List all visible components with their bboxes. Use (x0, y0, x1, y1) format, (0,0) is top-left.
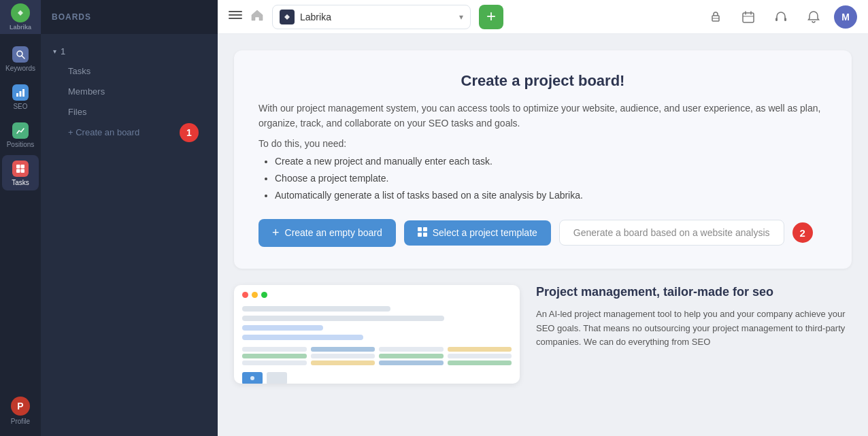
screenshot-cell (448, 360, 512, 365)
list-item: Choose a project template. (275, 171, 827, 186)
svg-rect-5 (16, 165, 20, 169)
screenshot-cell (242, 360, 307, 365)
seo-icon (12, 84, 29, 101)
screenshot-cell (379, 360, 444, 365)
svg-rect-20 (418, 227, 422, 231)
promo-description: An AI-led project management tool to hel… (536, 307, 852, 350)
window-dots (234, 285, 520, 302)
grid-icon (418, 227, 427, 239)
main-content: Create a project board! With our project… (218, 34, 868, 436)
svg-rect-11 (229, 18, 242, 19)
svg-line-1 (22, 56, 24, 58)
selector-chevron-icon: ▾ (459, 12, 463, 22)
project-board-title: Create a project board! (258, 72, 827, 90)
svg-rect-3 (20, 91, 22, 97)
svg-rect-9 (229, 11, 242, 12)
workspace-logo (280, 10, 295, 24)
screenshot-line (242, 316, 444, 321)
screenshot-lines (234, 302, 520, 384)
workspace-selector[interactable]: Labrika ▾ (272, 5, 471, 29)
sidebar-header: BOARDS (41, 0, 218, 34)
headset-icon[interactable] (769, 5, 793, 29)
dot-yellow (252, 292, 258, 298)
positions-icon (12, 122, 29, 139)
svg-rect-8 (21, 169, 25, 173)
sidebar-item-tasks[interactable]: Tasks (2, 155, 39, 190)
sidebar-group-1: ▾ 1 Tasks Members Files + Create an boar… (41, 42, 218, 142)
bell-icon[interactable] (801, 5, 826, 29)
screenshot-cell (242, 347, 307, 352)
sidebar-group-header[interactable]: ▾ 1 (46, 42, 212, 61)
promo-description-area: Project management, tailor-made for seo … (536, 285, 852, 350)
notification-badge: 1 (180, 123, 199, 142)
list-item: Create a new project and manually enter … (275, 154, 827, 169)
profile-label: Profile (11, 418, 30, 425)
sidebar-group-label: 1 (61, 46, 65, 56)
promo-screenshot (234, 285, 520, 384)
project-board-card: Create a project board! With our project… (234, 50, 852, 269)
positions-label: Positions (7, 141, 35, 148)
tasks-label: Tasks (12, 179, 29, 186)
screenshot-cell (448, 347, 512, 352)
generate-board-button[interactable]: Generate a board based on a website anal… (559, 220, 784, 246)
promo-section: Project management, tailor-made for seo … (234, 285, 852, 384)
profile-icon: P (11, 397, 30, 416)
keywords-label: Keywords (5, 65, 35, 72)
topbar: Labrika ▾ + (218, 0, 868, 34)
project-board-list: Create a new project and manually enter … (258, 154, 827, 203)
svg-rect-6 (21, 165, 25, 169)
sidebar-content: ▾ 1 Tasks Members Files + Create an boar… (41, 34, 218, 151)
screenshot-line-accent (242, 335, 363, 340)
sidebar-item-members[interactable]: Members (49, 82, 210, 101)
screenshot-cell (379, 347, 444, 352)
svg-rect-4 (22, 89, 24, 97)
tasks-icon (12, 161, 29, 177)
screenshot-line (242, 306, 390, 312)
svg-rect-19 (784, 18, 786, 21)
main-area: Labrika ▾ + (218, 0, 868, 436)
keywords-icon (12, 46, 29, 63)
sidebar-create-board-button[interactable]: + Create an board 1 (49, 122, 210, 142)
screenshot-cell (311, 354, 375, 358)
project-board-description: With our project management system, you … (258, 101, 827, 131)
sidebar-item-files[interactable]: Files (49, 102, 210, 122)
home-icon[interactable] (250, 8, 264, 25)
screenshot-cell (311, 347, 375, 352)
svg-rect-22 (418, 233, 422, 237)
project-board-subtitle: To do this, you need: (258, 138, 827, 149)
list-item: Automatically generate a list of tasks b… (275, 188, 827, 203)
seo-label: SEO (13, 103, 27, 110)
briefcase-icon[interactable] (703, 5, 728, 29)
user-avatar[interactable]: M (834, 5, 857, 29)
screenshot-cell (379, 354, 444, 358)
create-empty-board-button[interactable]: + Create an empty board (258, 219, 396, 247)
add-button[interactable]: + (479, 5, 503, 29)
topbar-icons: M (703, 5, 857, 29)
project-board-actions: + Create an empty board Select a project… (258, 219, 827, 247)
sidebar-item-positions[interactable]: Positions (2, 117, 39, 152)
screenshot-cell (311, 360, 375, 365)
svg-rect-14 (743, 13, 754, 22)
select-template-button[interactable]: Select a project template (404, 220, 551, 246)
svg-rect-23 (423, 233, 427, 237)
chevron-down-icon: ▾ (53, 48, 56, 55)
dot-red (242, 292, 248, 298)
sidebar: BOARDS ▾ 1 Tasks Members Files + Create … (41, 0, 218, 436)
plus-icon: + (272, 226, 280, 240)
sidebar-item-tasks-link[interactable]: Tasks (49, 61, 210, 81)
svg-rect-18 (775, 18, 778, 21)
app-logo[interactable]: Labrika (0, 0, 41, 34)
sidebar-item-seo[interactable]: SEO (2, 79, 39, 114)
svg-rect-10 (229, 14, 242, 16)
create-board-label: + Create an board (68, 127, 139, 137)
sidebar-item-profile[interactable]: P Profile (2, 391, 39, 429)
svg-rect-7 (16, 169, 20, 173)
step-2-badge: 2 (792, 222, 813, 243)
menu-icon[interactable] (229, 8, 242, 25)
svg-rect-21 (423, 227, 427, 231)
screenshot-cell (242, 354, 307, 358)
icon-bar: Labrika Keywords SEO (0, 0, 41, 436)
sidebar-item-keywords[interactable]: Keywords (2, 41, 39, 76)
dot-green (261, 292, 267, 298)
calendar-icon[interactable] (736, 5, 761, 29)
